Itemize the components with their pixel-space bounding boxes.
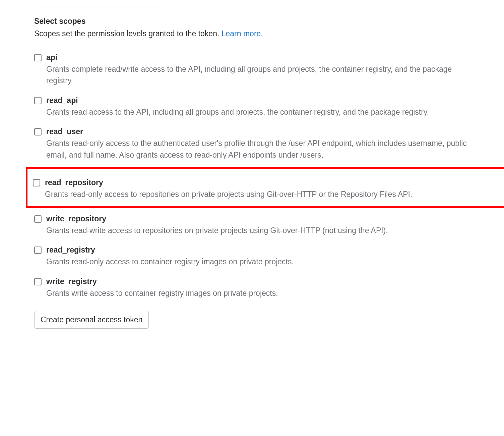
scope-item-read-api: read_api Grants read access to the API, … <box>34 96 470 118</box>
scope-content: api Grants complete read/write access to… <box>46 53 470 87</box>
scope-item-read-registry: read_registry Grants read-only access to… <box>34 246 470 268</box>
scope-content: read_registry Grants read-only access to… <box>46 246 470 268</box>
checkbox-api[interactable] <box>34 54 42 61</box>
scope-item-write-repository: write_repository Grants read-write acces… <box>34 214 470 236</box>
scopes-subtitle: Scopes set the permission levels granted… <box>34 28 470 40</box>
scope-item-api: api Grants complete read/write access to… <box>34 53 470 87</box>
scope-description-read-repository: Grants read-only access to repositories … <box>45 188 504 200</box>
checkbox-read-registry[interactable] <box>34 247 42 254</box>
scope-item-read-repository: read_repository Grants read-only access … <box>27 169 504 206</box>
scope-label-read-repository[interactable]: read_repository <box>45 178 504 187</box>
scope-list: api Grants complete read/write access to… <box>34 53 470 299</box>
scope-item-read-user: read_user Grants read-only access to the… <box>34 127 470 161</box>
scope-label-read-user[interactable]: read_user <box>46 127 470 136</box>
scope-description-api: Grants complete read/write access to the… <box>46 63 470 87</box>
scope-content: read_repository Grants read-only access … <box>45 178 504 200</box>
scope-label-read-api[interactable]: read_api <box>46 96 470 105</box>
checkbox-write-registry[interactable] <box>34 278 42 285</box>
checkbox-read-user[interactable] <box>34 128 42 135</box>
checkbox-read-api[interactable] <box>34 97 42 104</box>
top-divider <box>35 7 159 7</box>
scope-description-write-registry: Grants write access to container registr… <box>46 287 470 299</box>
scope-content: read_api Grants read access to the API, … <box>46 96 470 118</box>
scopes-subtitle-text: Scopes set the permission levels granted… <box>34 29 222 38</box>
scopes-title: Select scopes <box>34 17 470 26</box>
scope-label-api[interactable]: api <box>46 53 470 62</box>
checkbox-read-repository[interactable] <box>33 179 40 186</box>
checkbox-write-repository[interactable] <box>34 215 42 223</box>
scope-label-read-registry[interactable]: read_registry <box>46 246 470 255</box>
scope-content: write_repository Grants read-write acces… <box>46 214 470 236</box>
create-token-button[interactable]: Create personal access token <box>34 311 149 329</box>
scope-description-write-repository: Grants read-write access to repositories… <box>46 225 470 236</box>
scope-label-write-repository[interactable]: write_repository <box>46 214 470 223</box>
scope-item-write-registry: write_registry Grants write access to co… <box>34 277 470 299</box>
learn-more-link[interactable]: Learn more. <box>222 29 263 38</box>
scope-description-read-api: Grants read access to the API, including… <box>46 106 470 118</box>
scope-content: write_registry Grants write access to co… <box>46 277 470 299</box>
scope-description-read-user: Grants read-only access to the authentic… <box>46 138 470 161</box>
scope-content: read_user Grants read-only access to the… <box>46 127 470 161</box>
scope-description-read-registry: Grants read-only access to container reg… <box>46 256 470 268</box>
scope-label-write-registry[interactable]: write_registry <box>46 277 470 286</box>
